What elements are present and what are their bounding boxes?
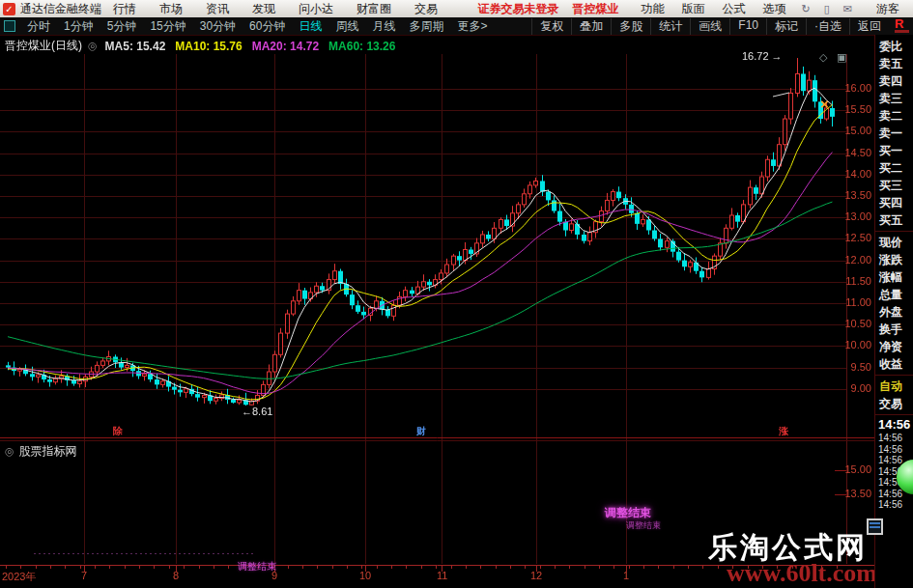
price-axis-label: 12.50: [827, 232, 871, 243]
diamond-marker-icon[interactable]: ◇: [819, 51, 827, 64]
event-marker[interactable]: 财: [416, 425, 426, 438]
period-tab[interactable]: 更多>: [450, 18, 494, 35]
phone-icon[interactable]: ▯: [817, 3, 837, 15]
tool-button[interactable]: 统计: [650, 18, 690, 35]
period-tab[interactable]: 1分钟: [57, 18, 100, 35]
info-row: 收益: [875, 355, 913, 373]
price-axis-label: 15.00: [827, 125, 871, 136]
tool-button[interactable]: F10: [729, 18, 766, 35]
date-axis-label: 8: [173, 570, 179, 581]
quote-row[interactable]: 卖二: [875, 107, 913, 125]
info-row: 外盘: [875, 303, 913, 321]
date-axis-label: 9: [271, 570, 277, 581]
axis-annotation: 调整结束: [238, 560, 276, 574]
menu-item[interactable]: 交易: [403, 1, 449, 17]
sidebar-clock: 14:56: [875, 417, 913, 433]
quote-row[interactable]: 买五: [875, 211, 913, 229]
sidebar-divider: [875, 414, 913, 415]
chart-toolbar: 分时1分钟5分钟15分钟30分钟60分钟日线周线月线多周期更多> 复权叠加多股统…: [0, 17, 913, 36]
tool-button[interactable]: 返回: [849, 18, 889, 35]
ma-label: MA5: 15.42: [105, 40, 166, 53]
price-axis-label: 10.00: [827, 339, 871, 350]
candlestick-chart[interactable]: [0, 35, 874, 588]
corner-badge: R: [895, 19, 909, 33]
app-logo-icon: ✓: [3, 3, 15, 15]
date-axis-label: 7: [81, 570, 87, 581]
collapse-icon[interactable]: ◎: [5, 445, 14, 458]
action-row[interactable]: 交易: [875, 395, 913, 412]
quote-row[interactable]: 卖四: [875, 72, 913, 90]
info-row: 现价: [875, 234, 913, 251]
menubar: ✓ 通达信金融终端 行情市场资讯发现问小达财富圈交易 证券交易未登录 晋控煤业 …: [0, 0, 913, 18]
tool-button[interactable]: ·自选: [806, 18, 849, 35]
quote-row[interactable]: 卖一: [875, 125, 913, 142]
info-row: 换手: [875, 321, 913, 338]
date-axis-label: 12: [530, 570, 542, 581]
info-row: 涨幅: [875, 268, 913, 286]
event-marker[interactable]: 涨: [779, 425, 788, 438]
tool-button[interactable]: 画线: [690, 18, 729, 35]
event-marker[interactable]: 除: [113, 425, 123, 438]
menu-item[interactable]: 财富圈: [345, 1, 403, 17]
quote-row[interactable]: 买四: [875, 194, 913, 211]
quote-row[interactable]: 买二: [875, 159, 913, 177]
lower-axis-label: 15.00: [827, 463, 871, 475]
menu-item[interactable]: 发现: [241, 1, 287, 17]
price-axis-label: 14.50: [827, 147, 871, 158]
app-title: 通达信金融终端: [20, 1, 101, 17]
period-tab[interactable]: 分时: [20, 18, 57, 35]
indicator-annotation-2: 调整结束: [626, 519, 661, 532]
period-tab[interactable]: 30分钟: [193, 18, 243, 35]
info-row: 净资: [875, 338, 913, 355]
date-axis-label: 2023年: [2, 570, 36, 584]
lower-axis-label: 13.50: [827, 488, 871, 499]
refresh-icon[interactable]: ↻: [795, 3, 817, 15]
price-axis-label: 15.50: [827, 103, 871, 115]
tool-button[interactable]: 叠加: [571, 18, 611, 35]
panel-grid-icon[interactable]: ▣: [837, 51, 846, 64]
price-axis-label: 9.50: [827, 361, 871, 373]
low-price-annotation: ←8.61: [242, 406, 272, 417]
menu-item[interactable]: 功能: [633, 1, 673, 17]
info-mine-icon[interactable]: ◎: [88, 40, 98, 52]
quote-row[interactable]: 卖三: [875, 90, 913, 107]
arrow-left-icon: ←: [242, 406, 252, 417]
login-status[interactable]: 证券交易未登录: [478, 1, 559, 17]
ma-label: MA20: 14.72: [252, 40, 319, 53]
price-axis-label: 11.50: [827, 275, 871, 287]
period-tab[interactable]: 周线: [328, 18, 365, 35]
trade-time: 14:56: [875, 444, 913, 456]
period-tab[interactable]: 多周期: [402, 18, 450, 35]
tool-button[interactable]: 多股: [611, 18, 650, 35]
main-menu: 行情市场资讯发现问小达财富圈交易: [101, 1, 449, 17]
menu-item[interactable]: 版面: [673, 1, 714, 17]
tool-button[interactable]: 复权: [531, 18, 571, 35]
current-stock-name[interactable]: 晋控煤业: [573, 1, 619, 17]
menu-item[interactable]: 资讯: [194, 1, 241, 17]
tdx-terminal-window: { "menubar": { "app_title": "通达信金融终端", "…: [0, 0, 913, 588]
quote-row[interactable]: 委比: [875, 38, 913, 55]
quote-row[interactable]: 卖五: [875, 55, 913, 72]
period-tab[interactable]: 日线: [292, 18, 328, 35]
date-axis-label: 1: [623, 570, 629, 581]
menu-item[interactable]: 市场: [148, 1, 194, 17]
action-row[interactable]: 自动: [875, 378, 913, 395]
period-tab[interactable]: 15分钟: [143, 18, 192, 35]
period-tab[interactable]: 5分钟: [100, 18, 144, 35]
tool-button[interactable]: 标记: [766, 18, 806, 35]
period-tab[interactable]: 60分钟: [243, 18, 292, 35]
quote-row[interactable]: 买三: [875, 177, 913, 194]
mail-icon[interactable]: ✉: [837, 3, 859, 15]
keyboard-wizard-icon[interactable]: [867, 518, 883, 535]
period-tab[interactable]: 月线: [365, 18, 402, 35]
watermark-url: www.60lt.com: [727, 559, 877, 588]
menu-item[interactable]: 选项: [755, 1, 795, 17]
quote-row[interactable]: 买一: [875, 142, 913, 159]
price-axis-label: 9.00: [827, 382, 871, 394]
trade-time: 14:56: [875, 433, 913, 444]
menu-item[interactable]: 问小达: [287, 1, 345, 17]
chart-type-icon[interactable]: [4, 20, 15, 32]
user-label[interactable]: 游客: [876, 1, 899, 17]
menu-item[interactable]: 公式: [714, 1, 755, 17]
menu-item[interactable]: 行情: [101, 1, 148, 17]
